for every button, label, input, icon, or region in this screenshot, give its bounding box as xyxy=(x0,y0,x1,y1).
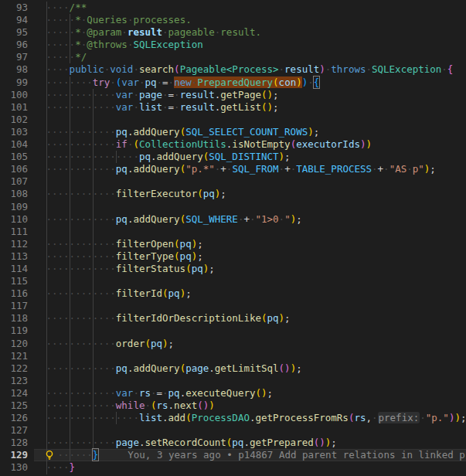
code-content: ············var·rs·=·pq.executeQuery(); xyxy=(46,387,274,400)
code-line[interactable]: 97·····*/ xyxy=(0,51,466,63)
line-number[interactable]: 129 xyxy=(0,449,28,461)
line-number[interactable]: 96 xyxy=(0,39,28,51)
line-number[interactable]: 105 xyxy=(0,151,28,163)
indent-guide xyxy=(46,275,47,287)
code-line[interactable]: 108············filterExecutor(pq); xyxy=(0,188,466,200)
code-line[interactable]: 100············var·page·=·result.getPage… xyxy=(0,89,466,101)
code-editor[interactable]: 93····/**94·····*·Queries·processes.95··… xyxy=(0,0,466,476)
code-line[interactable]: 128············page.setRecordCount(pq.ge… xyxy=(0,437,466,449)
line-number[interactable]: 128 xyxy=(0,437,28,449)
code-line[interactable]: 129········}You, 3 years ago • p14867 Ad… xyxy=(0,449,466,461)
code-line[interactable]: 106············pq.addQuery("p.*"·+·SQL_F… xyxy=(0,163,466,175)
line-number[interactable]: 127 xyxy=(0,424,28,437)
code-line[interactable]: 107 xyxy=(0,175,466,188)
line-number[interactable]: 117 xyxy=(0,300,28,312)
code-line[interactable]: 104············if·(CollectionUtils.isNot… xyxy=(0,138,466,151)
whitespace-dots: ················ xyxy=(46,412,139,423)
code-content: ············page.setRecordCount(pq.getPr… xyxy=(46,437,337,449)
whitespace-dots: · xyxy=(145,400,151,411)
code-line[interactable]: 118············filterIdOrDescriptionLike… xyxy=(0,312,466,325)
line-number[interactable]: 95 xyxy=(0,26,28,39)
line-number[interactable]: 116 xyxy=(0,287,28,300)
line-number[interactable]: 107 xyxy=(0,175,28,188)
line-number[interactable]: 120 xyxy=(0,338,28,350)
line-number[interactable]: 112 xyxy=(0,238,28,250)
code-line[interactable]: 126················list.add(ProcessDAO.g… xyxy=(0,412,466,424)
line-number[interactable]: 113 xyxy=(0,250,28,263)
whitespace-dots: · xyxy=(121,26,128,38)
code-line[interactable]: 109 xyxy=(0,201,466,213)
code-line[interactable]: 120············order(pq); xyxy=(0,338,466,350)
line-number[interactable]: 122 xyxy=(0,362,28,375)
code-line[interactable]: 127 xyxy=(0,424,466,437)
code-token: ( xyxy=(174,250,180,262)
code-line[interactable]: 95·····*·@param·result·pageable·result. xyxy=(0,26,466,39)
code-line[interactable]: 101············var·list·=·result.getList… xyxy=(0,101,466,114)
line-number[interactable]: 109 xyxy=(0,201,28,213)
code-token: try xyxy=(93,76,111,88)
code-line[interactable]: 103············pq.addQuery(SQL_SELECT_CO… xyxy=(0,126,466,138)
whitespace-dots: ············ xyxy=(46,213,116,225)
code-line[interactable]: 96·····*·@throws·SQLException xyxy=(0,39,466,51)
code-line[interactable]: 115 xyxy=(0,275,466,287)
line-number[interactable]: 123 xyxy=(0,375,28,387)
code-line[interactable]: 93····/** xyxy=(0,2,466,14)
line-number[interactable]: 101 xyxy=(0,101,28,114)
code-token: result xyxy=(284,63,319,75)
code-token: ( xyxy=(133,138,139,150)
line-number[interactable]: 97 xyxy=(0,51,28,63)
code-line[interactable]: 94·····*·Queries·processes. xyxy=(0,14,466,26)
line-number[interactable]: 124 xyxy=(0,387,28,400)
line-number[interactable]: 108 xyxy=(0,188,28,200)
code-line[interactable]: 130····} xyxy=(0,461,466,474)
code-line[interactable]: 99········try·(var·pq·=·new·PreparedQuer… xyxy=(0,76,466,89)
code-line[interactable]: 110············pq.addQuery(SQL_WHERE·+·"… xyxy=(0,213,466,226)
line-number[interactable]: 98 xyxy=(0,63,28,76)
line-number[interactable]: 114 xyxy=(0,263,28,275)
line-number[interactable]: 104 xyxy=(0,138,28,151)
code-line[interactable]: 114············filterStatus(pq); xyxy=(0,263,466,275)
code-line[interactable]: 125············while·(rs.next()) xyxy=(0,400,466,412)
line-number[interactable]: 111 xyxy=(0,226,28,238)
line-number[interactable]: 115 xyxy=(0,275,28,287)
line-number[interactable]: 106 xyxy=(0,163,28,175)
whitespace-dots: · xyxy=(133,101,139,113)
code-line[interactable]: 119 xyxy=(0,325,466,337)
code-token: page xyxy=(139,89,162,100)
code-token: + xyxy=(243,213,250,225)
line-number[interactable]: 118 xyxy=(0,312,28,325)
line-number[interactable]: 99 xyxy=(0,76,28,89)
code-line[interactable]: 98····public·void·search(Pageable<Proces… xyxy=(0,63,466,76)
line-number[interactable]: 94 xyxy=(0,14,28,26)
code-line[interactable]: 124············var·rs·=·pq.executeQuery(… xyxy=(0,387,466,400)
code-token: ( xyxy=(151,400,157,411)
line-number[interactable]: 93 xyxy=(0,2,28,14)
line-number[interactable]: 103 xyxy=(0,126,28,138)
whitespace-dots: ···· xyxy=(46,461,70,473)
line-number[interactable]: 125 xyxy=(0,400,28,412)
code-line[interactable]: 112············filterOpen(pq); xyxy=(0,238,466,250)
code-token: () xyxy=(279,362,291,374)
code-line[interactable]: 117 xyxy=(0,300,466,312)
line-number[interactable]: 130 xyxy=(0,461,28,474)
code-line[interactable]: 113············filterType(pq); xyxy=(0,250,466,263)
code-token: ( xyxy=(185,412,192,423)
code-line[interactable]: 123 xyxy=(0,375,466,387)
code-line[interactable]: 116············filterId(pq); xyxy=(0,287,466,300)
code-line[interactable]: 102 xyxy=(0,114,466,126)
indent-guide xyxy=(93,375,94,387)
line-number[interactable]: 100 xyxy=(0,89,28,101)
line-number[interactable]: 110 xyxy=(0,213,28,226)
line-number[interactable]: 121 xyxy=(0,350,28,362)
line-number[interactable]: 102 xyxy=(0,114,28,126)
whitespace-dots: · xyxy=(133,63,139,75)
code-token: */ xyxy=(75,51,87,63)
code-token: Pageable<Process> xyxy=(180,63,279,75)
line-number[interactable]: 126 xyxy=(0,412,28,424)
code-line[interactable]: 111 xyxy=(0,226,466,238)
code-token: . xyxy=(151,151,157,162)
code-line[interactable]: 105················pq.addQuery(SQL_DISTI… xyxy=(0,151,466,163)
code-line[interactable]: 122············pq.addQuery(page.getLimit… xyxy=(0,362,466,375)
code-line[interactable]: 121 xyxy=(0,350,466,362)
line-number[interactable]: 119 xyxy=(0,325,28,337)
